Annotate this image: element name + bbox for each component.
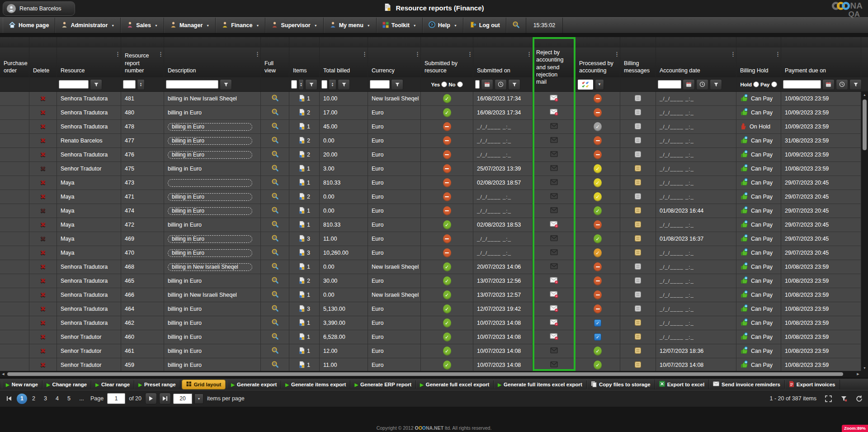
full-view-magnifier-icon[interactable] <box>271 178 279 187</box>
refresh-icon[interactable] <box>854 393 864 404</box>
description-filter-input[interactable] <box>166 80 218 89</box>
processed-yellow-check-icon[interactable]: ✓ <box>594 164 602 173</box>
column-header-due[interactable]: Payment due on <box>781 47 861 77</box>
delete-icon[interactable]: ✖ <box>40 347 46 355</box>
scroll-down-icon[interactable]: ▼ <box>861 365 868 371</box>
page-button-4[interactable]: 4 <box>52 394 62 404</box>
submitted-green-check-icon[interactable]: ✓ <box>443 347 451 356</box>
scroll-left-icon[interactable]: ◀ <box>0 371 6 377</box>
full-view-magnifier-icon[interactable] <box>271 276 279 285</box>
generate-items-export-button[interactable]: ▶Generate items export <box>281 380 350 389</box>
full-view-magnifier-icon[interactable] <box>271 150 279 159</box>
submitted-no-icon[interactable] <box>443 164 451 173</box>
rejection-mail-icon[interactable] <box>550 193 558 201</box>
table-row[interactable]: ✖Maya474billing in Euro10.00Euro_/_/____… <box>0 204 868 218</box>
first-page-icon[interactable] <box>4 393 14 404</box>
items-filter-funnel-button[interactable] <box>305 79 317 90</box>
vertical-scrollbar[interactable]: ▲ ▼ <box>861 91 868 371</box>
clear-filters-icon[interactable] <box>838 393 849 404</box>
delete-icon[interactable]: ✖ <box>40 109 46 117</box>
full-view-magnifier-icon[interactable] <box>271 136 279 145</box>
page-size-select[interactable]: 20 <box>173 394 192 404</box>
submitted-no-icon[interactable] <box>443 206 451 215</box>
table-row[interactable]: ✖Maya470billing in Euro310,260.00Euro_/_… <box>0 246 868 260</box>
column-header-reject[interactable]: Reject by accounting and send rejection … <box>533 47 576 77</box>
column-menu-icon[interactable]: ⋮ <box>362 51 367 57</box>
rejection-mail-icon[interactable] <box>550 263 558 271</box>
billing-messages-icon[interactable] <box>634 109 642 117</box>
column-header-total[interactable]: Total billed⋮ <box>320 47 368 77</box>
billing-messages-icon[interactable] <box>634 137 642 145</box>
rejection-mail-sent-icon[interactable] <box>550 318 558 328</box>
table-row[interactable]: ✖Senhora Tradutora462billing in Euro13,3… <box>0 316 868 330</box>
column-menu-icon[interactable]: ⋮ <box>115 51 120 57</box>
table-row[interactable]: ✖Maya471billing in Euro20.00Euro_/_/____… <box>0 190 868 204</box>
rejection-mail-icon[interactable] <box>550 361 558 369</box>
due-calendar-icon[interactable] <box>822 79 835 90</box>
rejection-mail-icon[interactable] <box>550 151 558 159</box>
delete-icon[interactable]: ✖ <box>40 151 46 159</box>
submitted-green-check-icon[interactable]: ✓ <box>443 290 451 299</box>
processed-green-check-icon[interactable]: ✓ <box>594 234 602 243</box>
description-inline-edit[interactable]: billing in Euro <box>168 123 252 131</box>
description-inline-edit[interactable] <box>168 179 252 187</box>
total-filter-funnel-button[interactable] <box>338 79 350 90</box>
column-header-billing_msg[interactable]: Billing messages <box>620 47 656 77</box>
rejection-mail-icon[interactable] <box>550 137 558 145</box>
processed-no-icon[interactable] <box>594 276 602 285</box>
rejection-mail-sent-icon[interactable] <box>550 220 558 229</box>
submitted-yes-radio[interactable] <box>441 81 447 87</box>
description-inline-edit[interactable]: billing in Euro <box>168 193 252 201</box>
description-inline-edit[interactable]: billing in Euro <box>168 207 252 215</box>
column-menu-icon[interactable]: ⋮ <box>526 51 532 57</box>
due-filter-funnel-button[interactable] <box>849 79 862 90</box>
submitted-no-icon[interactable] <box>443 136 451 145</box>
hold-hold-radio[interactable] <box>753 81 759 87</box>
submitted-green-check-icon[interactable]: ✓ <box>443 276 451 285</box>
column-header-acct_date[interactable]: Accounting date⋮ <box>656 47 736 77</box>
submitted_on-calendar-icon[interactable] <box>481 79 493 90</box>
full-view-magnifier-icon[interactable] <box>271 220 279 229</box>
horizontal-scrollbar[interactable]: ◀ ▶ <box>0 371 861 377</box>
billing-messages-icon[interactable] <box>634 207 642 215</box>
menu-search-button[interactable] <box>506 18 526 33</box>
submitted-no-icon[interactable] <box>443 122 451 131</box>
change-range-button[interactable]: ▶Change range <box>42 380 91 389</box>
vertical-scroll-thumb[interactable] <box>863 100 867 150</box>
submitted_on-clock-icon[interactable] <box>495 79 507 90</box>
submitted-no-icon[interactable] <box>443 178 451 187</box>
rejection-mail-sent-icon[interactable] <box>550 332 558 342</box>
table-row[interactable]: ✖Senhor Tradutor459billing in Euro111.00… <box>0 358 868 371</box>
table-row[interactable]: ✖Senhora Tradutora466billing in New Isra… <box>0 288 868 302</box>
description-inline-edit[interactable]: billing in Euro <box>168 235 252 243</box>
send-invoice-reminders-button[interactable]: Send invoice reminders <box>709 380 785 389</box>
page-number-input[interactable] <box>107 393 125 404</box>
processed-no-icon[interactable] <box>594 262 602 271</box>
billing-messages-icon[interactable] <box>634 151 642 159</box>
menu-item-manager[interactable]: Manager▼ <box>164 18 216 33</box>
table-row[interactable]: ✖Senhor Tradutor460billing in Euro16,528… <box>0 330 868 344</box>
rejection-mail-icon[interactable] <box>550 249 558 257</box>
column-menu-icon[interactable]: ⋮ <box>614 51 619 57</box>
table-row[interactable]: ✖Senhor Tradutor475billing in Euro13.00E… <box>0 162 868 176</box>
user-chip[interactable]: Renato Barcelos <box>3 1 75 16</box>
billing-messages-icon[interactable] <box>634 277 642 285</box>
menu-item-administrator[interactable]: Administrator▼ <box>55 18 121 33</box>
rejection-mail-sent-icon[interactable] <box>550 304 558 313</box>
table-row[interactable]: ✖Maya469billing in Euro311.00Euro_/_/___… <box>0 232 868 246</box>
billing-messages-icon[interactable] <box>634 235 642 243</box>
submitted-no-icon[interactable] <box>443 150 451 159</box>
submitted-no-icon[interactable] <box>443 234 451 243</box>
page-button-2[interactable]: 2 <box>28 394 39 404</box>
acct_date-clock-icon[interactable] <box>696 79 708 90</box>
full-view-magnifier-icon[interactable] <box>271 164 279 173</box>
page-ellipsis[interactable]: ... <box>76 394 87 404</box>
export-invoices-button[interactable]: Export invoices <box>785 380 840 389</box>
maximize-icon[interactable] <box>823 393 834 404</box>
processed-gray-check-icon[interactable]: ✓ <box>594 122 602 131</box>
next-page-icon[interactable] <box>145 393 157 404</box>
currency-filter-funnel-button[interactable] <box>391 79 403 90</box>
delete-icon[interactable]: ✖ <box>40 235 46 243</box>
full-view-magnifier-icon[interactable] <box>271 206 279 215</box>
submitted-green-check-icon[interactable]: ✓ <box>443 108 451 117</box>
